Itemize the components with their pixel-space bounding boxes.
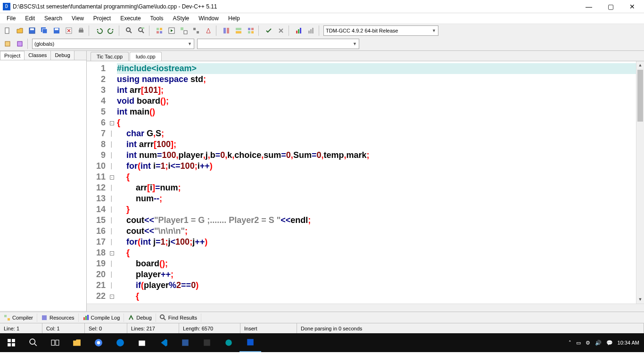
menu-execute[interactable]: Execute xyxy=(116,14,145,23)
svg-rect-29 xyxy=(251,31,254,33)
close-button[interactable]: ✕ xyxy=(621,0,643,13)
minimize-button[interactable]: — xyxy=(578,0,600,13)
menu-window[interactable]: Window xyxy=(194,14,223,23)
layout-button-3[interactable] xyxy=(245,25,256,36)
svg-rect-23 xyxy=(227,28,229,33)
svg-rect-34 xyxy=(310,29,312,33)
profile-button[interactable] xyxy=(293,25,305,36)
clock[interactable]: 10:34 AM xyxy=(618,340,639,346)
menu-view[interactable]: View xyxy=(67,14,89,23)
svg-rect-6 xyxy=(55,28,58,30)
goto-button-1[interactable] xyxy=(2,39,13,49)
menu-edit[interactable]: Edit xyxy=(20,14,40,23)
svg-rect-19 xyxy=(184,31,187,34)
svg-rect-59 xyxy=(247,339,254,346)
status-sel: Sel: 0 xyxy=(85,323,127,333)
layout-button-2[interactable] xyxy=(233,25,244,36)
open-button[interactable] xyxy=(14,25,25,36)
status-length: Length: 6570 xyxy=(179,323,240,333)
start-button[interactable] xyxy=(0,333,23,352)
word-icon[interactable] xyxy=(174,333,196,352)
menu-project[interactable]: Project xyxy=(89,14,116,23)
svg-point-54 xyxy=(116,339,124,346)
redo-button[interactable] xyxy=(106,25,117,36)
arduino-icon[interactable] xyxy=(218,333,239,352)
save-all-button[interactable] xyxy=(39,25,50,36)
undo-button[interactable] xyxy=(93,25,105,36)
wifi-icon[interactable]: ⚙ xyxy=(586,340,590,346)
print-button[interactable] xyxy=(75,25,87,36)
compile-run-button[interactable] xyxy=(178,25,190,36)
volume-icon[interactable]: 🔊 xyxy=(595,340,602,346)
compile-button[interactable] xyxy=(154,25,165,36)
tray-chevron-icon[interactable]: ˄ xyxy=(569,340,571,346)
chrome-icon[interactable] xyxy=(88,333,109,352)
battery-icon[interactable]: ▭ xyxy=(576,340,581,346)
svg-rect-15 xyxy=(157,31,159,33)
notifications-icon[interactable]: 💬 xyxy=(606,340,613,346)
menu-file[interactable]: File xyxy=(2,14,20,23)
vscode-icon[interactable] xyxy=(153,333,174,352)
close-file-button[interactable] xyxy=(63,25,74,36)
rebuild-button[interactable] xyxy=(190,25,202,36)
clear-button[interactable] xyxy=(275,25,287,36)
svg-rect-41 xyxy=(83,317,85,320)
run-button[interactable] xyxy=(166,25,177,36)
terminal-icon[interactable] xyxy=(196,333,218,352)
svg-rect-31 xyxy=(298,29,299,33)
bottom-tab-compiler[interactable]: Compiler xyxy=(0,313,37,322)
devcpp-icon[interactable] xyxy=(239,333,261,352)
delete-profile-button[interactable] xyxy=(305,25,317,36)
layout-button-1[interactable] xyxy=(221,25,232,36)
bottom-tab-debug[interactable]: Debug xyxy=(124,313,156,322)
side-tab-project[interactable]: Project xyxy=(0,51,25,60)
new-file-button[interactable] xyxy=(2,25,13,36)
svg-rect-28 xyxy=(248,31,250,33)
replace-button[interactable] xyxy=(136,25,147,36)
system-tray[interactable]: ˄ ▭ ⚙ 🔊 💬 10:34 AM xyxy=(564,340,644,346)
save-button[interactable] xyxy=(26,25,38,36)
side-tab-classes[interactable]: Classes xyxy=(25,51,51,60)
save-as-button[interactable] xyxy=(51,25,62,36)
file-explorer-icon[interactable] xyxy=(66,333,88,352)
horizontal-scrollbar[interactable] xyxy=(87,304,644,312)
status-bar: Line: 1 Col: 1 Sel: 0 Lines: 217 Length:… xyxy=(0,323,644,333)
svg-point-10 xyxy=(126,28,130,32)
compiler-select[interactable]: TDM-GCC 4.9.2 64-bit Release▼ xyxy=(323,25,438,36)
svg-rect-24 xyxy=(236,28,241,30)
scope-select[interactable]: (globals)▼ xyxy=(32,39,194,49)
file-tab[interactable]: Tic Tac.cpp xyxy=(91,52,129,61)
find-button[interactable] xyxy=(124,25,135,36)
bottom-tab-compile-log[interactable]: Compile Log xyxy=(79,313,124,322)
windows-taskbar: ˄ ▭ ⚙ 🔊 💬 10:34 AM xyxy=(0,333,644,352)
bottom-tab-find-results[interactable]: Find Results xyxy=(156,313,201,322)
function-select[interactable]: ▼ xyxy=(197,39,359,49)
file-tab[interactable]: ludo.cpp xyxy=(130,52,162,61)
menu-search[interactable]: Search xyxy=(40,14,67,23)
window-title: D:\BSCS\1st semester\fundamental program… xyxy=(13,3,578,10)
svg-rect-46 xyxy=(12,339,15,342)
status-insert: Insert xyxy=(240,323,297,333)
project-tree[interactable] xyxy=(0,60,86,311)
code-editor[interactable]: 123456789101112131415161718192021222324 … xyxy=(87,61,644,304)
svg-rect-45 xyxy=(8,339,11,342)
svg-rect-27 xyxy=(251,28,254,30)
menu-help[interactable]: Help xyxy=(223,14,245,23)
edge-icon[interactable] xyxy=(109,333,131,352)
check-button[interactable] xyxy=(263,25,274,36)
menu-astyle[interactable]: AStyle xyxy=(168,14,194,23)
svg-rect-40 xyxy=(42,315,47,320)
store-icon[interactable] xyxy=(131,333,153,352)
maximize-button[interactable]: ▢ xyxy=(600,0,621,13)
task-view-icon[interactable] xyxy=(44,333,66,352)
svg-rect-12 xyxy=(141,27,144,29)
vertical-scrollbar[interactable]: ▲▼ xyxy=(636,61,644,304)
bottom-tab-resources[interactable]: Resources xyxy=(37,313,79,322)
search-icon[interactable] xyxy=(23,333,44,352)
side-tab-debug[interactable]: Debug xyxy=(51,51,74,60)
goto-button-2[interactable] xyxy=(14,39,25,49)
svg-point-58 xyxy=(225,339,232,346)
menu-tools[interactable]: Tools xyxy=(146,14,168,23)
svg-rect-20 xyxy=(193,28,196,30)
debug-button[interactable] xyxy=(203,25,214,36)
